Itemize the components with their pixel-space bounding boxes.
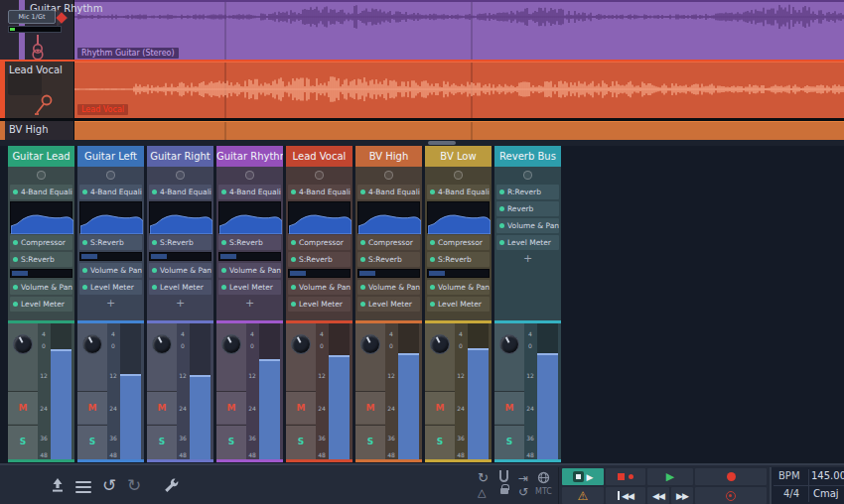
eq-curve-display[interactable] xyxy=(357,201,420,233)
solo-button[interactable]: S xyxy=(216,425,246,459)
output-icon[interactable] xyxy=(106,171,115,180)
output-icon[interactable] xyxy=(384,171,393,180)
fader-handle[interactable] xyxy=(468,348,489,459)
clip-lead-vocal[interactable]: Lead Vocal xyxy=(74,62,844,118)
snap-magnet-icon[interactable] xyxy=(499,473,508,482)
pan-knob[interactable] xyxy=(499,334,519,354)
plugin-4-band-equaliser[interactable]: 4-Band Equaliser xyxy=(357,185,420,199)
channel-name[interactable]: Guitar Right xyxy=(147,146,213,167)
fader-handle[interactable] xyxy=(398,353,419,459)
input-slot[interactable] xyxy=(8,73,42,95)
lock-icon[interactable] xyxy=(500,484,508,494)
plugin-enabled-led[interactable] xyxy=(430,285,435,290)
menu-icon[interactable] xyxy=(75,478,91,496)
output-icon[interactable] xyxy=(523,171,532,180)
export-icon[interactable] xyxy=(49,476,67,494)
solo-button[interactable]: S xyxy=(8,425,38,459)
fader-track[interactable] xyxy=(329,323,350,459)
eq-curve-display[interactable] xyxy=(427,201,490,233)
plugin-4-band-equaliser[interactable]: 4-Band Equaliser xyxy=(149,185,211,199)
mute-button[interactable]: M xyxy=(286,391,316,424)
plugin-s-reverb[interactable]: S:Reverb xyxy=(10,252,72,267)
plugin-compressor[interactable]: Compressor xyxy=(357,235,420,250)
plugin-r-reverb[interactable]: R:Reverb xyxy=(496,185,559,199)
fader-track[interactable] xyxy=(259,323,280,459)
play-button[interactable]: ▶ xyxy=(647,468,693,485)
plugin-s-reverb[interactable]: S:Reverb xyxy=(149,235,211,250)
channel-name[interactable]: Guitar Left xyxy=(77,146,144,167)
plugin-4-band-equaliser[interactable]: 4-Band Equaliser xyxy=(288,185,351,199)
reverb-mix-bar[interactable] xyxy=(357,269,420,278)
plugin-4-band-equaliser[interactable]: 4-Band Equaliser xyxy=(10,185,72,199)
plugin-level-meter[interactable]: Level Meter xyxy=(149,280,211,295)
mute-button[interactable]: M xyxy=(8,391,38,424)
channel-name[interactable]: BV Low xyxy=(425,146,492,167)
output-row[interactable] xyxy=(77,167,144,184)
plugin-enabled-led[interactable] xyxy=(291,257,296,262)
rewind-button[interactable]: ◀◀ xyxy=(647,487,669,504)
output-row[interactable] xyxy=(494,167,561,184)
plugin-enabled-led[interactable] xyxy=(152,189,157,194)
eq-curve-display[interactable] xyxy=(79,201,142,233)
output-row[interactable] xyxy=(8,167,74,184)
fader-handle[interactable] xyxy=(120,374,141,459)
plugin-enabled-led[interactable] xyxy=(291,302,296,307)
plugin-enabled-led[interactable] xyxy=(152,240,157,245)
plugin-enabled-led[interactable] xyxy=(360,189,365,194)
channel-name[interactable]: BV High xyxy=(355,146,422,167)
fader-track[interactable] xyxy=(51,323,71,459)
channel-name[interactable]: Guitar Rhythm xyxy=(216,146,283,167)
plugin-level-meter[interactable]: Level Meter xyxy=(10,297,72,312)
plugin-enabled-led[interactable] xyxy=(221,285,226,290)
plugin-level-meter[interactable]: Level Meter xyxy=(79,280,142,295)
add-plugin-button[interactable]: + xyxy=(496,252,559,267)
reverb-mix-bar[interactable] xyxy=(427,269,490,278)
fader-track[interactable] xyxy=(120,323,141,459)
return-to-start-button[interactable]: ◀◀ xyxy=(606,487,645,504)
mute-button[interactable]: M xyxy=(425,391,455,424)
reverb-mix-bar[interactable] xyxy=(218,252,281,261)
track-header-guitar-rhythm[interactable]: Guitar Rhythm Mic 1/Gt xyxy=(0,0,74,60)
plugin-volume-pan-plugin[interactable]: Volume & Pan Plugin xyxy=(218,263,281,278)
plugin-enabled-led[interactable] xyxy=(13,285,18,290)
plugin-4-band-equaliser[interactable]: 4-Band Equaliser xyxy=(79,185,142,199)
fader-track[interactable] xyxy=(468,323,489,459)
fader-handle[interactable] xyxy=(329,355,350,459)
output-icon[interactable] xyxy=(37,171,46,180)
record-button[interactable] xyxy=(695,468,767,485)
channel-name[interactable]: Guitar Lead xyxy=(8,146,74,167)
output-icon[interactable] xyxy=(315,171,324,180)
plugin-compressor[interactable]: Compressor xyxy=(427,235,490,250)
mute-button[interactable]: M xyxy=(494,391,524,424)
punch-icon[interactable]: ⇥ xyxy=(518,472,528,484)
plugin-s-reverb[interactable]: S:Reverb xyxy=(288,252,351,267)
solo-button[interactable]: S xyxy=(494,425,524,459)
plugin-level-meter[interactable]: Level Meter xyxy=(288,297,351,312)
bpm-value[interactable]: 145.00 xyxy=(811,470,844,481)
plugin-enabled-led[interactable] xyxy=(82,268,87,273)
pan-knob[interactable] xyxy=(82,334,102,354)
plugin-enabled-led[interactable] xyxy=(152,268,157,273)
plugin-enabled-led[interactable] xyxy=(13,189,18,194)
reverb-mix-bar[interactable] xyxy=(10,269,72,278)
eq-curve-display[interactable] xyxy=(288,201,351,233)
plugin-enabled-led[interactable] xyxy=(499,206,504,211)
plugin-enabled-led[interactable] xyxy=(430,189,435,194)
output-row[interactable] xyxy=(355,167,422,184)
globe-icon[interactable] xyxy=(537,471,550,486)
fader-handle[interactable] xyxy=(51,349,71,459)
clip-bv-high[interactable] xyxy=(74,121,844,140)
eq-curve-display[interactable] xyxy=(218,201,281,233)
plugin-s-reverb[interactable]: S:Reverb xyxy=(357,252,420,267)
fast-forward-button[interactable]: ▶▶ xyxy=(671,487,693,504)
pan-knob[interactable] xyxy=(13,334,33,354)
plugin-enabled-led[interactable] xyxy=(430,302,435,307)
plugin-s-reverb[interactable]: S:Reverb xyxy=(218,235,281,250)
chase-icon[interactable]: ↺ xyxy=(518,486,528,498)
time-signature[interactable]: 4/4 xyxy=(783,488,799,499)
eq-curve-display[interactable] xyxy=(10,201,72,233)
output-icon[interactable] xyxy=(176,171,185,180)
plugin-compressor[interactable]: Compressor xyxy=(288,235,351,250)
pan-knob[interactable] xyxy=(291,334,311,354)
plugin-s-reverb[interactable]: S:Reverb xyxy=(79,235,142,250)
